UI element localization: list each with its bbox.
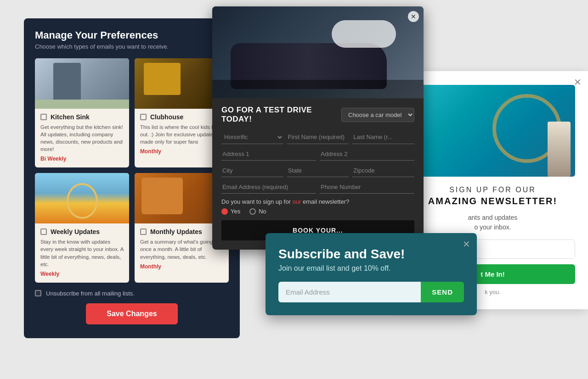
signup-title-line2: AMAZING NEWSLETTER!: [410, 196, 575, 206]
car-newsletter-label: Do you want to sign up for our email new…: [221, 198, 414, 205]
pref-card-kitchen-freq: Bi Weekly: [40, 156, 124, 162]
car-radio-no-label[interactable]: No: [249, 208, 266, 215]
pref-checkbox-weekly[interactable]: [40, 229, 47, 235]
car-name-row: Honorific Mr. Ms. Dr.: [221, 130, 414, 144]
car-honorific-wrapper: Honorific Mr. Ms. Dr.: [221, 130, 283, 144]
car-city-state-zip-row: [221, 164, 414, 177]
car-contact-row: [221, 181, 414, 194]
signup-title-line1: SIGN UP FOR OUR: [410, 186, 575, 194]
pref-card-clubhouse-freq: Monthly: [140, 148, 223, 155]
pref-checkbox-monthly[interactable]: [140, 229, 147, 235]
our-highlight: our: [293, 198, 301, 205]
signup-close-button[interactable]: ✕: [574, 77, 582, 88]
pref-card-clubhouse-desc: This list is where the cool kids hang ou…: [140, 123, 223, 145]
car-form-top: GO FOR A TEST DRIVE TODAY! Choose a car …: [221, 106, 414, 124]
car-address-row: [221, 148, 414, 161]
car-address1-input[interactable]: [221, 148, 316, 161]
car-radio-no[interactable]: [249, 208, 256, 215]
pref-checkbox-kitchen[interactable]: [40, 114, 47, 120]
car-radio-yes-text: Yes: [231, 208, 240, 215]
newsletter-popup: ✕ Subscribe and Save! Join our email lis…: [266, 233, 477, 315]
pref-card-kitchen-img: [35, 58, 129, 109]
preferences-panel: Manage Your Preferences Choose which typ…: [24, 18, 240, 338]
newsletter-popup-title: Subscribe and Save!: [278, 247, 464, 262]
pref-card-weekly: Weekly Updates Stay in the know with upd…: [35, 173, 129, 282]
car-radio-yes-label[interactable]: Yes: [221, 208, 240, 215]
newsletter-close-button[interactable]: ✕: [463, 239, 470, 250]
pref-card-monthly-freq: Monthly: [140, 263, 223, 270]
signup-desc-line2: o your inbox.: [474, 223, 511, 231]
pref-card-kitchen-header: Kitchen Sink: [40, 113, 124, 121]
pref-card-grid: Kitchen Sink Get everything but the kitc…: [35, 58, 229, 283]
pref-card-monthly-desc: Get a summary of what's going on, once a…: [140, 238, 223, 260]
pref-checkbox-clubhouse[interactable]: [140, 114, 147, 120]
pref-card-weekly-desc: Stay in the know with updates every week…: [40, 238, 124, 268]
pref-card-weekly-img: [35, 173, 129, 223]
car-close-button[interactable]: ✕: [408, 11, 419, 22]
pref-card-clubhouse-header: Clubhouse: [140, 113, 223, 121]
pref-card-kitchen-name: Kitchen Sink: [51, 113, 90, 121]
car-modal: ✕ GO FOR A TEST DRIVE TODAY! Choose a ca…: [212, 6, 424, 250]
signup-desc: ants and updates o your inbox.: [410, 213, 575, 232]
pref-title: Manage Your Preferences: [35, 29, 229, 41]
pref-unsub-checkbox[interactable]: [35, 290, 41, 296]
pref-unsub-row: Unsubscribe from all mailing lists.: [35, 290, 229, 297]
car-phone-input[interactable]: [320, 181, 414, 194]
car-first-name-input[interactable]: [287, 130, 349, 144]
pref-card-kitchen-body: Kitchen Sink Get everything but the kitc…: [35, 109, 129, 167]
newsletter-form: SEND: [278, 282, 464, 302]
car-zipcode-input[interactable]: [352, 164, 414, 177]
pref-card-weekly-name: Weekly Updates: [51, 228, 100, 235]
newsletter-email-input[interactable]: [278, 282, 421, 302]
save-button[interactable]: Save Changes: [86, 303, 178, 324]
car-radio-group: Yes No: [221, 208, 414, 215]
car-state-input[interactable]: [287, 164, 349, 177]
car-cloud-decoration: [332, 20, 396, 48]
pref-unsub-label: Unsubscribe from all mailing lists.: [46, 290, 135, 297]
car-form: GO FOR A TEST DRIVE TODAY! Choose a car …: [212, 98, 424, 250]
car-city-input[interactable]: [221, 164, 283, 177]
pref-subtitle: Choose which types of emails you want to…: [35, 43, 229, 50]
pref-card-weekly-body: Weekly Updates Stay in the know with upd…: [35, 223, 129, 282]
signup-desc-line1: ants and updates: [468, 214, 517, 221]
pref-card-monthly-header: Monthly Updates: [140, 228, 223, 235]
car-honorific-select[interactable]: Honorific Mr. Ms. Dr.: [221, 130, 283, 144]
car-form-title: GO FOR A TEST DRIVE TODAY!: [221, 106, 341, 124]
car-radio-no-text: No: [259, 208, 266, 215]
signup-image: [410, 85, 575, 177]
car-address2-input[interactable]: [320, 148, 414, 161]
pref-card-weekly-header: Weekly Updates: [40, 228, 124, 235]
pref-card-monthly-name: Monthly Updates: [150, 228, 202, 235]
newsletter-popup-subtitle: Join our email list and get 10% off.: [278, 264, 464, 273]
newsletter-send-button[interactable]: SEND: [421, 282, 464, 302]
signup-img-lamp: [548, 122, 571, 177]
pref-card-weekly-freq: Weekly: [40, 271, 124, 277]
car-model-select[interactable]: Choose a car model: [341, 108, 414, 122]
pref-card-kitchen-desc: Get everything but the kitchen sink! All…: [40, 123, 124, 153]
pref-card-clubhouse-name: Clubhouse: [150, 113, 183, 121]
car-radio-yes[interactable]: [221, 208, 228, 215]
car-newsletter-row: Do you want to sign up for our email new…: [221, 198, 414, 215]
car-modal-image: [212, 6, 424, 98]
car-email-input[interactable]: [221, 181, 316, 194]
pref-card-kitchen-sink: Kitchen Sink Get everything but the kitc…: [35, 58, 129, 167]
car-last-name-input[interactable]: [352, 130, 414, 144]
